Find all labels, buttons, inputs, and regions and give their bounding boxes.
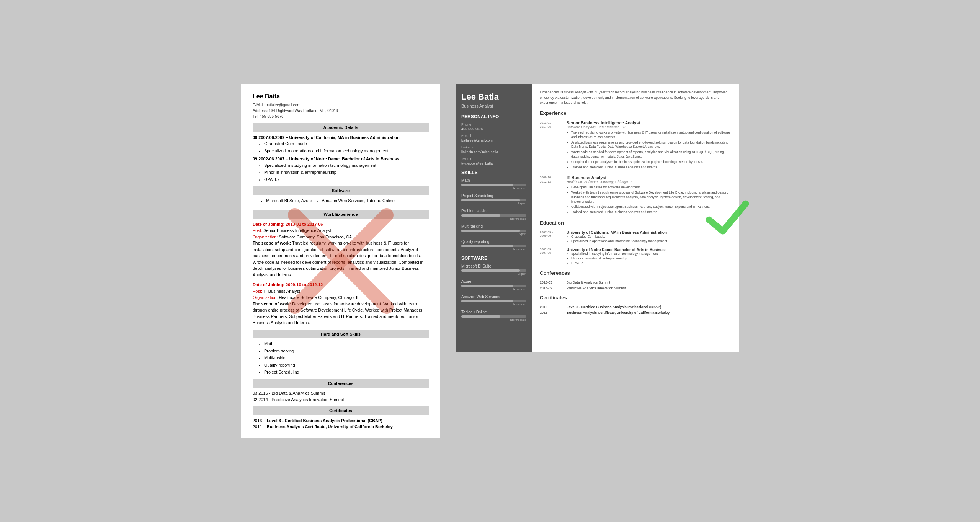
academic-dates-1: 09.2007-06.2009 – [253,135,289,140]
edu-entry-2: 2002-09 -2007-06 University of Notre Dam… [540,248,731,266]
skill-item-3: Multi-tasking [264,355,429,361]
software-item-1: Microsoft BI Suite, Azure [266,197,312,204]
exp-content-1: Senior Business Intelligence Analyst Sof… [567,121,731,171]
sidebar: Lee Batla Business Analyst Personal Info… [456,84,532,352]
soft-aws: Amazon Web Services Advanced [461,295,526,306]
twitter-value: twitter.com/lee_batla [461,161,526,165]
conf-date-1: 2015-03 [540,281,563,284]
work-dates-2: Date of Joining: 2009-10 to 2012-12 [253,282,429,288]
soft-aws-level: Advanced [461,303,526,306]
soft-bi-suite: Microsoft BI Suite Expert [461,264,526,276]
exp-bullet-2-1: Developed use cases for software develop… [571,185,731,190]
skill-multitasking: Multi-tasking Expert [461,224,526,236]
conf-entry-2: 2014-02 Predictive Analytics Innovation … [540,286,731,290]
soft-tableau-bar [461,315,526,318]
skill-mt-fill [461,230,520,232]
conf-name-1: Big Data & Analytics Summit [567,281,610,284]
edu-bullet-2-1: Specialized in studying information tech… [571,252,731,256]
cert-entry-2: 2011 Business Analysis Certificate, Univ… [540,311,731,315]
skills-list: Math Problem solving Multi-tasking Quali… [264,341,429,375]
work-org-1: Organization: Software Company, San Fran… [253,234,429,240]
bad-resume-address: Address: 134 Rightward Way Portland, ME,… [253,108,429,114]
skill-qr-fill [461,245,513,247]
good-resume-wrapper: Lee Batla Business Analyst Personal Info… [456,84,739,352]
linkedin-label: LinkedIn [461,145,526,149]
academic-bullet-2-2: Minor in innovation & entrepreneurship [264,169,429,176]
skill-qr-name: Quality reporting [461,240,526,244]
skill-item-5: Project Scheduling [264,369,429,375]
edu-content-1: University of California, MA in Business… [567,230,731,244]
exp-entry-1: 2013-01 -2017-06 Senior Business Intelli… [540,121,731,171]
experience-section-title: Experience [540,110,731,117]
exp-content-2: IT Business Analyst Healthcare Software … [567,175,731,215]
exp-bullet-2-3: Collaborated with Project Managers, Busi… [571,205,731,209]
email-value: batlalee@gmail.com [461,139,526,142]
exp-company-2: Healthcare Software Company, Chicago, IL [567,180,731,184]
cert-year-1: 2016 [540,305,563,309]
skill-math-level: Advanced [461,186,526,190]
soft-tableau-name: Tableau Online [461,310,526,314]
conferences-section-bar: Conferences [253,379,429,388]
summary-text: Experienced Business Analyst with 7+ yea… [540,90,731,106]
exp-dates-1: 2013-01 -2017-06 [540,121,563,171]
exp-bullet-1-1: Traveled regularly, working on-site with… [571,130,731,140]
academic-bullet-2-3: GPA 3.7 [264,176,429,183]
exp-bullet-2-4: Trained and mentored Junior Business Ana… [571,210,731,215]
edu-bullet-2-2: Minor in innovation & entrepreneurship [571,256,731,261]
edu-entry-1: 2007-09 -2009-06 University of Californi… [540,230,731,244]
conf-entry-1: 2015-03 Big Data & Analytics Summit [540,281,731,284]
soft-azure-bar [461,285,526,287]
soft-aws-name: Amazon Web Services [461,295,526,299]
skill-qr-level: Advanced [461,248,526,251]
skill-math-name: Math [461,178,526,183]
skill-prob-level: Intermediate [461,217,526,220]
academic-bullet-2-1: Specialized in studying information tech… [264,162,429,169]
soft-bi-level: Expert [461,272,526,276]
exp-company-1: Software Company, San Francisco, CA [567,125,731,129]
certificates-section-bar: Certificates [253,406,429,415]
conf-date-2: 2014-02 [540,286,563,290]
certificates-section-title: Certificates [540,295,731,302]
skill-math-fill [461,184,513,186]
skill-item-2: Problem solving [264,348,429,354]
exp-entry-2: 2009-10 -2012-12 IT Business Analyst Hea… [540,175,731,215]
skill-math-bar [461,184,526,186]
work-entry-2: Date of Joining: 2009-10 to 2012-12 Post… [253,282,429,326]
bad-resume-tel: Tel: 455-555-5676 [253,114,429,119]
academic-section-bar: Academic Details [253,123,429,132]
skill-project-scheduling: Project Scheduling Expert [461,194,526,205]
soft-tableau-level: Intermediate [461,318,526,321]
phone-value: 455-555-5676 [461,127,526,131]
skill-ps-level: Expert [461,202,526,205]
skill-problem-solving: Problem solving Intermediate [461,209,526,220]
good-resume: Lee Batla Business Analyst Personal Info… [456,84,739,352]
exp-bullet-2-2: Worked with team through entire process … [571,191,731,204]
soft-aws-bar [461,300,526,302]
bad-resume: Lee Batla E-Mail: batlalee@gmail.com Add… [241,84,440,438]
skill-ps-name: Project Scheduling [461,194,526,198]
edu-bullet-1-2: Specialized in operations and informatio… [571,239,731,244]
edu-bullet-1-1: Graduated Cum Laude. [571,235,731,239]
skill-item-4: Quality reporting [264,362,429,369]
work-scope-2: The scope of work: Developed use cases f… [253,301,429,326]
education-section-title: Education [540,220,731,227]
exp-bullet-1-4: Completed in-depth analyses for business… [571,160,731,165]
cert-entry-1: 2016 Level 3 - Certified Business Analys… [540,305,731,309]
skill-prob-name: Problem solving [461,209,526,213]
soft-azure-fill [461,285,513,287]
phone-label: Phone [461,122,526,126]
skill-ps-fill [461,199,520,201]
personal-info-section: Personal Info [461,114,526,119]
sidebar-title: Business Analyst [461,104,526,108]
academic-degree-1: University of California, MA in Business… [289,135,399,140]
soft-bi-bar [461,269,526,272]
soft-bi-fill [461,269,520,272]
main-content: Experienced Business Analyst with 7+ yea… [532,84,739,352]
software-section-label: Software [461,256,526,261]
work-dates-1: Date of Joining: 2013-01 to 2017-06 [253,221,429,228]
software-section-bar: Software [253,186,429,195]
skills-section-bar: Hard and Soft Skills [253,330,429,339]
twitter-label: Twitter [461,157,526,161]
edu-content-2: University of Notre Dame, Bachelor of Ar… [567,248,731,266]
edu-dates-1: 2007-09 -2009-06 [540,230,563,244]
